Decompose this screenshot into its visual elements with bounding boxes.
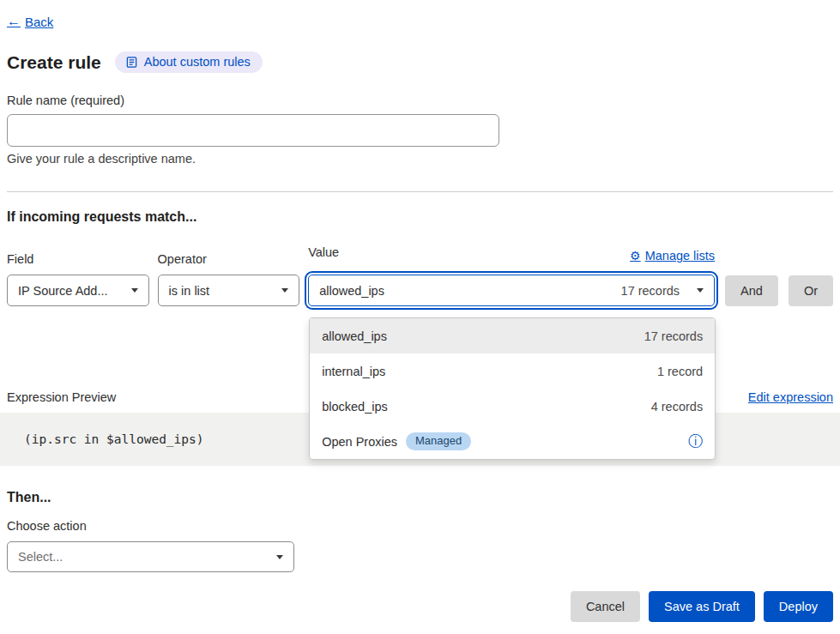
field-select-value: IP Source Add... [18, 284, 124, 298]
list-dropdown-menu: allowed_ips 17 records internal_ips 1 re… [309, 317, 716, 460]
action-select-placeholder: Select... [18, 550, 269, 564]
value-select-records: 17 records [621, 284, 680, 298]
back-arrow-icon: ← [7, 14, 21, 29]
value-select[interactable]: allowed_ips 17 records [308, 275, 715, 306]
and-button[interactable]: And [725, 275, 778, 306]
value-label-row: Value ⚙ Manage lists [308, 244, 715, 268]
operator-select-value: is in list [169, 284, 275, 298]
value-column: Value ⚙ Manage lists allowed_ips 17 reco… [308, 244, 715, 306]
list-option-records: 1 record [657, 365, 703, 378]
menu-item-blocked-ips[interactable]: blocked_ips 4 records [310, 389, 715, 424]
gear-icon: ⚙ [630, 249, 641, 263]
menu-item-internal-ips[interactable]: internal_ips 1 record [310, 353, 715, 389]
rule-name-label: Rule name (required) [7, 94, 124, 107]
footer-actions: Cancel Save as Draft Deploy [7, 591, 833, 622]
match-condition-row: Field IP Source Add... Operator is in li… [7, 244, 833, 306]
value-label: Value [308, 244, 339, 261]
match-section-title: If incoming requests match... [7, 209, 833, 225]
chevron-down-icon [131, 288, 138, 293]
rule-name-help: Give your rule a descriptive name. [7, 152, 833, 166]
rule-name-input[interactable] [7, 114, 499, 147]
operator-column: Operator is in list [158, 251, 300, 306]
menu-item-allowed-ips[interactable]: allowed_ips 17 records [310, 318, 715, 353]
save-draft-button[interactable]: Save as Draft [649, 591, 755, 622]
rule-name-group: Rule name (required) Give your rule a de… [7, 92, 833, 166]
then-section-title: Then... [7, 490, 833, 505]
deploy-button[interactable]: Deploy [764, 591, 833, 622]
action-select[interactable]: Select... [7, 541, 294, 572]
manage-lists-label: Manage lists [645, 249, 715, 263]
title-row: Create rule About custom rules [7, 51, 833, 73]
menu-item-open-proxies[interactable]: Open Proxies Managed ⓘ [310, 424, 715, 459]
field-column: Field IP Source Add... [7, 251, 149, 306]
book-icon [125, 56, 138, 69]
list-option-records: 17 records [644, 329, 704, 343]
chevron-down-icon [281, 288, 288, 293]
cancel-button[interactable]: Cancel [571, 591, 640, 622]
about-chip-label: About custom rules [144, 55, 251, 69]
choose-action-label: Choose action [7, 517, 833, 534]
list-option-name-wrap: Open Proxies Managed [322, 432, 471, 450]
create-rule-page: ←Back Create rule About custom rules Rul… [0, 0, 840, 622]
or-button[interactable]: Or [789, 275, 833, 306]
section-divider [7, 191, 833, 192]
list-option-name: allowed_ips [322, 329, 387, 343]
list-option-name: internal_ips [322, 365, 385, 378]
edit-expression-link[interactable]: Edit expression [748, 390, 833, 404]
back-link-label: Back [25, 15, 53, 29]
chevron-down-icon [697, 288, 704, 293]
and-or-buttons: And Or [725, 275, 833, 306]
list-option-name: blocked_ips [322, 400, 388, 414]
managed-badge: Managed [406, 432, 471, 450]
field-label: Field [7, 251, 149, 268]
expression-preview-label: Expression Preview [7, 390, 116, 404]
about-custom-rules-link[interactable]: About custom rules [115, 51, 263, 73]
field-select[interactable]: IP Source Add... [7, 275, 149, 306]
page-title: Create rule [7, 52, 101, 73]
manage-lists-link[interactable]: ⚙ Manage lists [630, 249, 715, 263]
operator-select[interactable]: is in list [158, 275, 300, 306]
value-select-value: allowed_ips [319, 284, 620, 298]
operator-label: Operator [158, 251, 300, 268]
list-option-records: 4 records [651, 400, 703, 414]
back-link[interactable]: ←Back [7, 14, 53, 29]
expression-code: (ip.src in $allowed_ips) [24, 432, 204, 446]
list-option-name: Open Proxies [322, 435, 397, 449]
info-icon[interactable]: ⓘ [688, 434, 703, 449]
chevron-down-icon [276, 555, 283, 559]
